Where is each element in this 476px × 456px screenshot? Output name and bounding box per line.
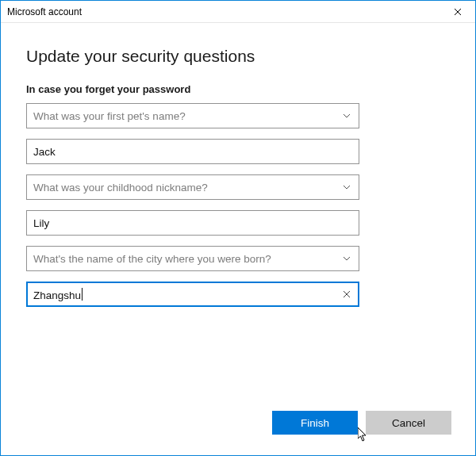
- content-area: Update your security questions In case y…: [1, 23, 475, 411]
- page-title: Update your security questions: [26, 47, 450, 66]
- answer-1-input[interactable]: Jack: [26, 139, 359, 164]
- close-button[interactable]: [440, 1, 475, 22]
- answer-3-input[interactable]: Zhangshu: [26, 282, 359, 307]
- question-2-label: What was your childhood nickname?: [33, 182, 341, 194]
- chevron-down-icon: [341, 110, 352, 121]
- close-icon: [343, 290, 351, 298]
- chevron-down-icon: [341, 182, 352, 193]
- security-questions-form: What was your first pet's name? Jack Wha…: [26, 103, 359, 317]
- answer-3-value: Zhangshu: [33, 288, 341, 301]
- finish-button-label: Finish: [301, 417, 329, 429]
- dialog-footer: Finish Cancel: [1, 411, 475, 455]
- chevron-down-icon: [341, 253, 352, 264]
- answer-2-value: Lily: [33, 217, 352, 229]
- answer-1-value: Jack: [33, 146, 352, 158]
- close-icon: [454, 8, 462, 16]
- finish-button[interactable]: Finish: [272, 411, 358, 435]
- clear-input-button[interactable]: [341, 288, 352, 301]
- cancel-button[interactable]: Cancel: [366, 411, 451, 435]
- window-title: Microsoft account: [7, 6, 82, 17]
- dialog-window: Microsoft account Update your security q…: [0, 0, 476, 456]
- cancel-button-label: Cancel: [392, 417, 425, 429]
- question-3-label: What's the name of the city where you we…: [33, 253, 341, 265]
- question-1-label: What was your first pet's name?: [33, 110, 341, 122]
- text-caret: [82, 288, 83, 301]
- subheading: In case you forget your password: [26, 83, 450, 95]
- question-3-select[interactable]: What's the name of the city where you we…: [26, 246, 359, 271]
- titlebar: Microsoft account: [1, 1, 475, 23]
- question-1-select[interactable]: What was your first pet's name?: [26, 103, 359, 128]
- question-2-select[interactable]: What was your childhood nickname?: [26, 174, 359, 200]
- answer-2-input[interactable]: Lily: [26, 210, 359, 236]
